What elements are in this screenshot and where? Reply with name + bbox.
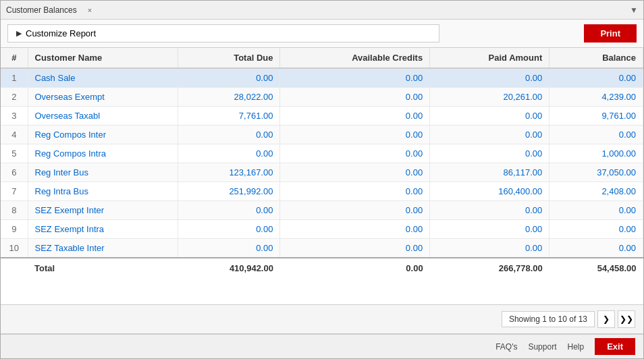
close-tab-icon[interactable]: × bbox=[88, 6, 92, 14]
row-balance: 0.00 bbox=[549, 220, 643, 239]
window-arrow-icon[interactable]: ▼ bbox=[630, 5, 638, 15]
row-total-due: 28,022.00 bbox=[178, 88, 280, 107]
table-header-row: # Customer Name Total Due Available Cred… bbox=[1, 48, 643, 68]
table-row[interactable]: 2Overseas Exempt28,022.000.0020,261.004,… bbox=[1, 88, 643, 107]
table-container: # Customer Name Total Due Available Cred… bbox=[1, 48, 643, 305]
row-total-due: 0.00 bbox=[178, 126, 280, 144]
row-available-credits: 0.00 bbox=[280, 163, 430, 182]
pagination-bar: Showing 1 to 10 of 13 ❯ ❯❯ bbox=[1, 305, 643, 334]
table-row[interactable]: 3Overseas Taxabl7,761.000.000.009,761.00 bbox=[1, 107, 643, 126]
row-paid-amount: 0.00 bbox=[430, 68, 549, 88]
col-balance: Balance bbox=[549, 48, 643, 68]
row-paid-amount: 0.00 bbox=[430, 239, 549, 258]
row-paid-amount: 0.00 bbox=[430, 220, 549, 239]
table-row[interactable]: 10SEZ Taxable Inter0.000.000.000.00 bbox=[1, 239, 643, 258]
row-paid-amount: 20,261.00 bbox=[430, 88, 549, 107]
row-num: 1 bbox=[1, 68, 28, 88]
footer-label: Total bbox=[28, 258, 178, 278]
table-row[interactable]: 5Reg Compos Intra0.000.000.001,000.00 bbox=[1, 144, 643, 163]
row-total-due: 251,992.00 bbox=[178, 182, 280, 201]
row-paid-amount: 0.00 bbox=[430, 144, 549, 163]
table-row[interactable]: 9SEZ Exempt Intra0.000.000.000.00 bbox=[1, 220, 643, 239]
row-available-credits: 0.00 bbox=[280, 88, 430, 107]
row-paid-amount: 0.00 bbox=[430, 126, 549, 144]
row-customer-name[interactable]: Overseas Exempt bbox=[28, 88, 178, 107]
row-balance: 2,408.00 bbox=[549, 182, 643, 201]
window-title: Customer Balances bbox=[6, 5, 77, 15]
row-available-credits: 0.00 bbox=[280, 126, 430, 144]
row-customer-name[interactable]: Reg Intra Bus bbox=[28, 182, 178, 201]
row-balance: 1,000.00 bbox=[549, 144, 643, 163]
row-paid-amount: 86,117.00 bbox=[430, 163, 549, 182]
main-window: Customer Balances × ▼ ▶ Customize Report… bbox=[0, 0, 644, 359]
row-balance: 0.00 bbox=[549, 126, 643, 144]
row-balance: 0.00 bbox=[549, 239, 643, 258]
footer-balance: 54,458.00 bbox=[549, 258, 643, 278]
row-customer-name[interactable]: SEZ Exempt Intra bbox=[28, 220, 178, 239]
row-customer-name[interactable]: Reg Inter Bus bbox=[28, 163, 178, 182]
customer-balances-table: # Customer Name Total Due Available Cred… bbox=[1, 48, 643, 278]
col-hash: # bbox=[1, 48, 28, 68]
row-num: 4 bbox=[1, 126, 28, 144]
pagination-info: Showing 1 to 10 of 13 bbox=[502, 311, 595, 327]
support-link[interactable]: Support bbox=[528, 342, 556, 352]
row-total-due: 7,761.00 bbox=[178, 107, 280, 126]
table-row[interactable]: 4Reg Compos Inter0.000.000.000.00 bbox=[1, 126, 643, 144]
row-customer-name[interactable]: SEZ Taxable Inter bbox=[28, 239, 178, 258]
row-balance: 0.00 bbox=[549, 201, 643, 220]
row-customer-name[interactable]: SEZ Exempt Inter bbox=[28, 201, 178, 220]
row-num: 7 bbox=[1, 182, 28, 201]
col-available-credits: Available Credits bbox=[280, 48, 430, 68]
customize-report-button[interactable]: ▶ Customize Report bbox=[7, 24, 439, 43]
row-total-due: 123,167.00 bbox=[178, 163, 280, 182]
row-available-credits: 0.00 bbox=[280, 144, 430, 163]
table-row[interactable]: 7Reg Intra Bus251,992.000.00160,400.002,… bbox=[1, 182, 643, 201]
customize-report-label: Customize Report bbox=[26, 28, 96, 38]
print-button[interactable]: Print bbox=[584, 24, 637, 43]
footer-available-credits: 0.00 bbox=[280, 258, 430, 278]
row-available-credits: 0.00 bbox=[280, 182, 430, 201]
row-customer-name[interactable]: Overseas Taxabl bbox=[28, 107, 178, 126]
row-num: 8 bbox=[1, 201, 28, 220]
row-paid-amount: 0.00 bbox=[430, 107, 549, 126]
customize-arrow-icon: ▶ bbox=[16, 29, 22, 38]
row-total-due: 0.00 bbox=[178, 220, 280, 239]
last-page-button[interactable]: ❯❯ bbox=[618, 310, 635, 328]
col-customer-name: Customer Name bbox=[28, 48, 178, 68]
footer: FAQ's Support Help Exit bbox=[1, 334, 643, 358]
row-num: 6 bbox=[1, 163, 28, 182]
row-num: 5 bbox=[1, 144, 28, 163]
row-available-credits: 0.00 bbox=[280, 220, 430, 239]
row-balance: 4,239.00 bbox=[549, 88, 643, 107]
table-row[interactable]: 1Cash Sale0.000.000.000.00 bbox=[1, 68, 643, 88]
row-num: 9 bbox=[1, 220, 28, 239]
help-link[interactable]: Help bbox=[567, 342, 584, 352]
row-total-due: 0.00 bbox=[178, 68, 280, 88]
table-row[interactable]: 8SEZ Exempt Inter0.000.000.000.00 bbox=[1, 201, 643, 220]
row-available-credits: 0.00 bbox=[280, 239, 430, 258]
row-paid-amount: 160,400.00 bbox=[430, 182, 549, 201]
row-available-credits: 0.00 bbox=[280, 107, 430, 126]
row-customer-name[interactable]: Reg Compos Intra bbox=[28, 144, 178, 163]
row-customer-name[interactable]: Reg Compos Inter bbox=[28, 126, 178, 144]
row-customer-name[interactable]: Cash Sale bbox=[28, 68, 178, 88]
row-total-due: 0.00 bbox=[178, 144, 280, 163]
row-num: 3 bbox=[1, 107, 28, 126]
table-row[interactable]: 6Reg Inter Bus123,167.000.0086,117.0037,… bbox=[1, 163, 643, 182]
footer-total-due: 410,942.00 bbox=[178, 258, 280, 278]
table-footer-row: Total 410,942.00 0.00 266,778.00 54,458.… bbox=[1, 258, 643, 278]
table-body: 1Cash Sale0.000.000.000.002Overseas Exem… bbox=[1, 68, 643, 258]
row-paid-amount: 0.00 bbox=[430, 201, 549, 220]
row-num: 2 bbox=[1, 88, 28, 107]
footer-paid-amount: 266,778.00 bbox=[430, 258, 549, 278]
row-balance: 9,761.00 bbox=[549, 107, 643, 126]
faqs-link[interactable]: FAQ's bbox=[495, 342, 517, 352]
col-paid-amount: Paid Amount bbox=[430, 48, 549, 68]
row-balance: 0.00 bbox=[549, 68, 643, 88]
next-page-button[interactable]: ❯ bbox=[597, 310, 615, 328]
col-total-due: Total Due bbox=[178, 48, 280, 68]
exit-button[interactable]: Exit bbox=[595, 338, 635, 355]
row-available-credits: 0.00 bbox=[280, 201, 430, 220]
title-bar: Customer Balances × ▼ bbox=[1, 1, 643, 20]
row-total-due: 0.00 bbox=[178, 201, 280, 220]
